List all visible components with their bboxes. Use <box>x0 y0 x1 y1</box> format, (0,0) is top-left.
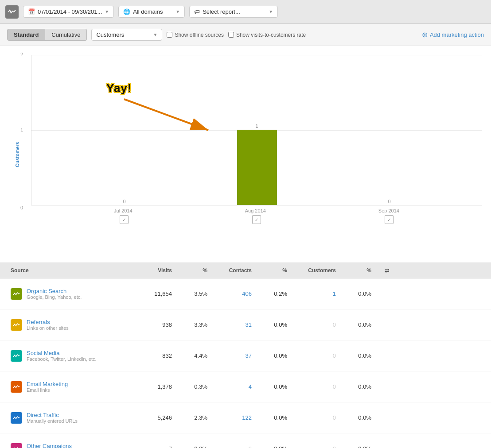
offline-sources-checkbox[interactable]: Show offline sources <box>167 32 224 38</box>
table-row: Social Media Facebook, Twitter, LinkedIn… <box>0 340 491 371</box>
col-sort[interactable]: ⇄ <box>375 263 393 278</box>
action-other <box>375 444 393 448</box>
contacts-pct-other: 0.0% <box>255 440 291 448</box>
source-cell-referrals: Referrals Links on other sites <box>7 313 131 336</box>
calendar-icon-aug[interactable]: ✓ <box>252 215 261 224</box>
add-marketing-action-button[interactable]: ⊕ Add marketing action <box>422 31 484 39</box>
bar-aug <box>237 130 277 205</box>
y-axis-label: Customers <box>15 142 20 167</box>
contacts-pct-social: 0.0% <box>255 347 291 364</box>
visits-pct-direct: 2.3% <box>175 409 211 426</box>
source-name-organic[interactable]: Organic Search <box>27 288 82 294</box>
domain-selector[interactable]: 🌐 All domains ▼ <box>118 6 185 18</box>
calendar-icon: 📅 <box>28 8 35 15</box>
visits-pct-referrals: 3.3% <box>175 316 211 333</box>
tag-icon: 🏷 <box>194 8 200 15</box>
dropdown-arrow-icon: ▼ <box>175 9 180 14</box>
globe-icon: 🌐 <box>123 8 130 15</box>
source-desc-referrals: Links on other sites <box>27 325 69 331</box>
contacts-pct-referrals: 0.0% <box>255 316 291 333</box>
tab-standard[interactable]: Standard <box>7 29 45 41</box>
app-logo <box>5 5 19 19</box>
source-name-referrals[interactable]: Referrals <box>27 319 69 325</box>
visits-pct-social: 4.4% <box>175 347 211 364</box>
customers-other: 0 <box>291 440 339 448</box>
bar-label-jul: 0 <box>123 199 125 204</box>
source-name-social[interactable]: Social Media <box>27 350 97 356</box>
col-contacts-pct: % <box>255 263 291 278</box>
action-social <box>375 351 393 361</box>
table-row: Other Campaigns Other sources 7 0.0% 0 0… <box>0 433 491 448</box>
bar-chart: 0 1 0 <box>31 55 482 205</box>
plus-icon: ⊕ <box>422 31 428 39</box>
contacts-direct[interactable]: 122 <box>211 409 255 426</box>
contacts-referrals[interactable]: 31 <box>211 316 255 333</box>
report-label: Select report... <box>203 8 240 15</box>
table-row: Referrals Links on other sites 938 3.3% … <box>0 309 491 340</box>
controls-bar: Standard Cumulative Customers ▼ Show off… <box>0 24 491 46</box>
customers-pct-direct: 0.0% <box>339 409 375 426</box>
bar-group-sep: 0 <box>370 199 409 205</box>
visits-direct: 5,246 <box>131 409 175 426</box>
source-cell-social: Social Media Facebook, Twitter, LinkedIn… <box>7 344 131 367</box>
source-cell-email: Email Marketing Email links <box>7 375 131 398</box>
dropdown-arrow-icon: ▼ <box>105 9 109 14</box>
source-icon-referrals <box>11 319 22 331</box>
customers-direct: 0 <box>291 409 339 426</box>
top-bar: 📅 07/01/2014 - 09/30/201... ▼ 🌐 All doma… <box>0 0 491 24</box>
table-row: Direct Traffic Manually entered URLs 5,2… <box>0 402 491 433</box>
visits-referrals: 938 <box>131 316 175 333</box>
customers-pct-email: 0.0% <box>339 378 375 395</box>
bar-label-sep: 0 <box>388 199 390 204</box>
visits-rate-checkbox[interactable]: Show visits-to-customers rate <box>228 32 306 38</box>
action-referrals <box>375 320 393 330</box>
domain-label: All domains <box>133 8 163 15</box>
source-name-other[interactable]: Other Campaigns <box>27 443 72 448</box>
x-label-aug: Aug 2014 <box>245 208 266 213</box>
data-table: Source Visits % Contacts % Customers % ⇄… <box>0 263 491 448</box>
date-range-label: 07/01/2014 - 09/30/201... <box>38 8 102 15</box>
x-label-sep: Sep 2014 <box>378 208 399 213</box>
y-label-0: 0 <box>20 205 23 210</box>
visits-other: 7 <box>131 440 175 448</box>
calendar-icon-sep[interactable]: ✓ <box>385 215 394 224</box>
bar-label-aug: 1 <box>255 124 258 129</box>
visits-pct-organic: 3.5% <box>175 285 211 302</box>
dropdown-arrow-icon: ▼ <box>153 32 157 37</box>
view-tab-group: Standard Cumulative <box>7 29 87 41</box>
contacts-social[interactable]: 37 <box>211 347 255 364</box>
source-cell-organic: Organic Search Google, Bing, Yahoo, etc. <box>7 282 131 305</box>
calendar-icon-jul[interactable]: ✓ <box>120 215 129 224</box>
contacts-pct-direct: 0.0% <box>255 409 291 426</box>
col-customers-pct: % <box>339 263 375 278</box>
visits-social: 832 <box>131 347 175 364</box>
contacts-pct-email: 0.0% <box>255 378 291 395</box>
contacts-email[interactable]: 4 <box>211 378 255 395</box>
date-range-picker[interactable]: 📅 07/01/2014 - 09/30/201... ▼ <box>23 6 114 18</box>
report-selector[interactable]: 🏷 Select report... ▼ <box>189 6 278 18</box>
customers-organic[interactable]: 1 <box>291 285 339 302</box>
customers-referrals: 0 <box>291 316 339 333</box>
col-contacts: Contacts <box>211 263 255 278</box>
y-label-2: 2 <box>20 52 23 57</box>
contacts-other: 0 <box>211 440 255 448</box>
source-icon-direct <box>11 412 22 424</box>
action-email <box>375 382 393 392</box>
calendar-icons-row: ✓ ✓ ✓ <box>31 213 482 224</box>
source-name-email[interactable]: Email Marketing <box>27 381 68 387</box>
tab-cumulative[interactable]: Cumulative <box>45 29 87 41</box>
metric-label: Customers <box>96 31 124 38</box>
source-name-direct[interactable]: Direct Traffic <box>27 412 78 418</box>
bar-group-jul: 0 <box>105 199 144 205</box>
contacts-organic[interactable]: 406 <box>211 285 255 302</box>
col-source: Source <box>7 263 131 278</box>
table-row: Email Marketing Email links 1,378 0.3% 4… <box>0 371 491 402</box>
metric-dropdown[interactable]: Customers ▼ <box>91 29 162 41</box>
x-label-jul: Jul 2014 <box>114 208 132 213</box>
source-cell-direct: Direct Traffic Manually entered URLs <box>7 406 131 429</box>
bar-group-aug: 1 <box>237 124 277 205</box>
action-direct <box>375 413 393 423</box>
chart-grid: 2 1 0 0 1 0 <box>31 55 482 205</box>
contacts-pct-organic: 0.2% <box>255 285 291 302</box>
source-desc-direct: Manually entered URLs <box>27 418 78 424</box>
